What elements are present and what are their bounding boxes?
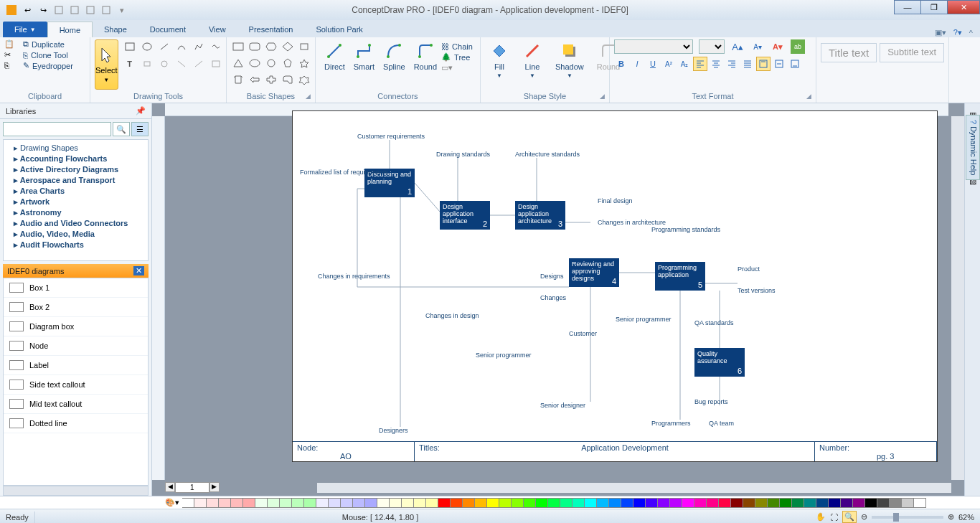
canvas-area[interactable]: Node:AO Titles:Application Development N… <box>152 103 964 496</box>
tool[interactable] <box>192 57 206 71</box>
color-swatch[interactable] <box>451 498 463 508</box>
tab-nav[interactable]: ◀ <box>165 482 175 492</box>
color-swatch[interactable] <box>548 498 560 508</box>
color-swatch[interactable] <box>841 498 853 508</box>
idef-box[interactable]: Design application interface2 <box>440 201 490 230</box>
font-color-icon[interactable]: A▾ <box>771 39 785 54</box>
idef-box[interactable]: Quality assurance6 <box>694 348 745 377</box>
color-swatch[interactable] <box>865 498 877 508</box>
tool[interactable] <box>157 57 171 71</box>
qat-dropdown-icon[interactable]: ▾ <box>116 4 128 16</box>
color-swatch[interactable] <box>877 498 890 508</box>
color-swatch[interactable] <box>719 498 731 508</box>
color-swatch[interactable] <box>414 498 426 508</box>
freehand-tool[interactable] <box>209 39 223 54</box>
tab-shape[interactable]: Shape <box>93 22 138 37</box>
underline-icon[interactable]: U <box>646 57 660 71</box>
pin-icon[interactable]: 📌 <box>136 106 146 116</box>
color-swatch[interactable] <box>390 498 402 508</box>
highlight-icon[interactable]: ab <box>791 39 805 54</box>
shape[interactable] <box>231 56 245 70</box>
color-swatch[interactable] <box>536 498 548 508</box>
library-tree[interactable]: ▸ Drawing Shapes ▸ Accounting Flowcharts… <box>3 139 149 261</box>
color-swatch[interactable] <box>316 498 329 508</box>
tab-presentation[interactable]: Presentation <box>237 22 305 37</box>
subtitle-text-placeholder[interactable]: Subtitle text <box>880 43 944 62</box>
round-connector[interactable]: Round <box>410 39 441 72</box>
idef-box[interactable]: Reviewing and approving designs4 <box>569 258 619 287</box>
tool[interactable] <box>174 57 189 71</box>
grow-font-icon[interactable]: A▴ <box>730 39 745 54</box>
layout-icon[interactable]: ▣▾ <box>935 28 946 37</box>
tree-item[interactable]: ▸ Audit Flowcharts <box>6 240 145 250</box>
color-swatch[interactable] <box>219 498 231 508</box>
search-input[interactable] <box>3 122 111 136</box>
shape-item[interactable]: Label <box>4 356 148 375</box>
shape[interactable] <box>248 56 262 70</box>
cut-icon[interactable]: ✂ <box>4 50 20 60</box>
shape-item[interactable]: Box 2 <box>4 298 148 317</box>
copy-icon[interactable]: ⎘ <box>4 61 20 70</box>
vscroll[interactable] <box>951 116 964 480</box>
color-swatch[interactable] <box>304 498 316 508</box>
color-swatch[interactable] <box>682 498 694 508</box>
qat-icon[interactable]: ↪ <box>37 4 49 16</box>
dialog-launcher-icon[interactable]: ◢ <box>306 93 313 100</box>
color-swatch[interactable] <box>426 498 438 508</box>
search-button[interactable]: 🔍 <box>113 122 130 136</box>
color-swatch[interactable] <box>243 498 255 508</box>
color-swatch[interactable] <box>512 498 524 508</box>
shape[interactable] <box>297 56 311 70</box>
color-swatch[interactable] <box>255 498 268 508</box>
color-swatch[interactable] <box>231 498 243 508</box>
tab-home[interactable]: Home <box>47 22 93 37</box>
collapse-ribbon-icon[interactable]: ^ <box>969 29 973 37</box>
zoom-value[interactable]: 62% <box>958 513 974 522</box>
zoom-in-icon[interactable]: ⊕ <box>948 512 954 522</box>
color-swatch[interactable] <box>609 498 621 508</box>
qat-icon[interactable] <box>53 4 65 16</box>
bold-icon[interactable]: B <box>614 57 628 71</box>
shape-item[interactable]: Diagram box <box>4 317 148 336</box>
tool[interactable] <box>140 57 154 71</box>
zoom-out-icon[interactable]: ⊖ <box>861 512 867 522</box>
chain-button[interactable]: ⛓Chain <box>441 42 473 51</box>
valign-bot-icon[interactable] <box>788 57 802 71</box>
tab-view[interactable]: View <box>197 22 237 37</box>
color-swatch[interactable] <box>768 498 780 508</box>
shape[interactable] <box>297 39 311 54</box>
more-button[interactable]: ▭▾ <box>441 63 473 72</box>
color-swatch[interactable] <box>658 498 670 508</box>
line-tool[interactable] <box>157 39 171 54</box>
fill-button[interactable]: Fill▼ <box>485 39 514 80</box>
tree-item[interactable]: ▸ Accounting Flowcharts <box>6 154 145 164</box>
maximize-button[interactable]: ❐ <box>920 0 948 14</box>
color-swatch[interactable] <box>280 498 292 508</box>
shape[interactable] <box>248 72 262 87</box>
color-swatch[interactable] <box>853 498 865 508</box>
shape-item[interactable]: Node <box>4 336 148 356</box>
color-swatch[interactable] <box>694 498 707 508</box>
minimize-button[interactable]: — <box>894 0 921 14</box>
shape-item[interactable]: Mid text callout <box>4 395 148 414</box>
polyline-tool[interactable] <box>192 39 206 54</box>
dynamic-help-tab[interactable]: ? Dynamic Help <box>966 115 980 180</box>
align-justify-icon[interactable] <box>740 57 755 71</box>
color-swatch[interactable] <box>670 498 682 508</box>
tree-item[interactable]: ▸ Astronomy <box>6 207 145 218</box>
qat-icon[interactable] <box>100 4 112 16</box>
tab-solution[interactable]: Solution Park <box>304 22 374 37</box>
shape[interactable] <box>281 72 295 87</box>
color-swatch[interactable] <box>585 498 597 508</box>
title-text-placeholder[interactable]: Title text <box>821 43 877 62</box>
tab-document[interactable]: Document <box>138 22 197 37</box>
color-swatch[interactable] <box>914 498 926 508</box>
color-swatch[interactable] <box>499 498 512 508</box>
color-swatch[interactable] <box>792 498 804 508</box>
shape[interactable] <box>281 56 295 70</box>
tree-item[interactable]: ▸ Artwork <box>6 197 145 207</box>
curve-tool[interactable] <box>174 39 189 54</box>
shape[interactable] <box>281 39 295 54</box>
ellipse-tool[interactable] <box>140 39 154 54</box>
sidebar-scroll[interactable] <box>3 486 149 496</box>
